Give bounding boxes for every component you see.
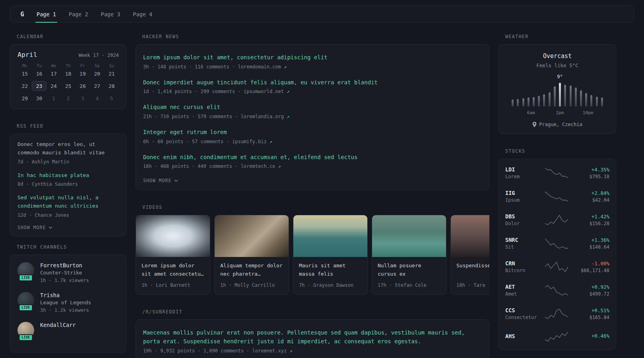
rss-article-title: In hac habitasse platea <box>17 171 119 180</box>
external-link-icon: ↗ <box>287 89 289 94</box>
weather-hour-bar <box>578 83 584 107</box>
stock-row[interactable]: IIG Ipsum +2.84% $42.04 <box>505 185 609 208</box>
weather-hour-bar <box>584 83 589 107</box>
twitch-channel[interactable]: LIVE ForrestBurton Counter-Strike 1h · 1… <box>17 262 119 284</box>
stock-name: Lorem <box>505 174 541 179</box>
subreddit-post-link[interactable]: Maecenas mollis pulvinar erat non posuer… <box>143 329 482 346</box>
hn-story: Lorem ipsum dolor sit amet, consectetur … <box>143 53 482 70</box>
hn-story: Donec imperdiet augue tincidunt felis al… <box>143 78 482 95</box>
rss-article-title: Donec tempor eros leo, ut commodo mauris… <box>17 140 119 157</box>
calendar-day: 30 <box>32 93 46 103</box>
video-card[interactable]: Suspendisse diam 18h · Tara <box>450 215 489 295</box>
calendar-card: April Week 17 · 2024 MoTuWeThFrSaSu 1516… <box>10 44 126 109</box>
calendar-day: 18 <box>61 69 75 78</box>
stock-sparkline <box>545 284 568 296</box>
twitch-card: LIVE ForrestBurton Counter-Strike 1h · 1… <box>10 255 126 352</box>
weather-hour-bar <box>536 83 541 107</box>
stock-price: $156.28 <box>572 221 609 226</box>
hn-story-link[interactable]: Donec imperdiet augue tincidunt felis al… <box>143 78 482 87</box>
chevron-down-icon <box>48 226 52 229</box>
video-meta: 17h · Stefan Cole <box>378 282 440 289</box>
live-badge: LIVE <box>19 334 33 341</box>
calendar-month: April <box>17 51 37 58</box>
stock-row[interactable]: LDI Lorem +4.35% $795.18 <box>505 161 609 185</box>
weather-hour-bar <box>510 83 515 107</box>
app-logo[interactable]: G <box>14 11 30 18</box>
stock-sparkline <box>545 191 568 202</box>
stock-change: -1.00% <box>572 261 609 267</box>
stock-symbol: SNRC <box>505 237 541 243</box>
calendar-day: 24 <box>47 81 61 91</box>
live-badge: LIVE <box>19 304 33 311</box>
video-thumbnail <box>136 215 210 257</box>
subreddit-card: Maecenas mollis pulvinar erat non posuer… <box>136 319 489 358</box>
stock-row[interactable]: AHS +0.46% <box>505 325 609 348</box>
page-tab[interactable]: Page 1 <box>30 6 62 22</box>
hn-story-link[interactable]: Lorem ipsum dolor sit amet, consectetur … <box>143 53 482 62</box>
stock-row[interactable]: CRN Bitcorn -1.00% $66,171.48 <box>505 255 609 278</box>
video-thumbnail <box>215 215 289 257</box>
stock-price: $795.18 <box>572 174 609 179</box>
stock-sparkline <box>545 237 568 249</box>
stock-price: $148.64 <box>572 244 609 250</box>
stock-name: Sit <box>505 244 541 250</box>
video-thumbnail <box>451 215 489 257</box>
external-link-icon: ↗ <box>284 64 287 70</box>
stocks-section-title: STOCKS <box>505 148 616 154</box>
video-card[interactable]: Nullam posuere cursus ex 17h · Stefan Co… <box>372 215 446 295</box>
page-tab[interactable]: Page 2 <box>62 6 95 22</box>
hn-story-meta: 21h · 710 points · 579 comments · loreml… <box>143 113 482 120</box>
stock-symbol: IIG <box>505 190 541 196</box>
day-of-week-label: Fr <box>76 64 90 69</box>
rss-article-meta: 12d · Chance Jones <box>17 212 119 219</box>
calendar-week-year: Week 17 · 2024 <box>79 53 119 58</box>
hn-story-link[interactable]: Integer eget rutrum lorem <box>143 128 482 137</box>
page-tab[interactable]: Page 3 <box>95 6 127 22</box>
day-of-week-label: Tu <box>32 64 46 69</box>
rss-article-link[interactable]: Sed volutpat nulla nisl, a condimentum n… <box>17 194 119 219</box>
calendar-day: 2 <box>61 93 75 103</box>
weather-hour-label: 6am <box>527 110 535 115</box>
twitch-channel[interactable]: LIVE Trisha League of Legends 3h · 1.2k … <box>17 292 119 314</box>
weather-hour-bar <box>541 83 547 107</box>
hn-show-more-button[interactable]: SHOW MORE <box>143 178 178 183</box>
channel-game: League of Legends <box>40 300 91 305</box>
weather-hour-bar <box>594 83 599 107</box>
calendar-day: 15 <box>17 69 32 78</box>
stock-row[interactable]: DBS Dolor +1.42% $156.28 <box>505 208 609 232</box>
calendar-day: 21 <box>105 69 119 78</box>
weather-hour-bar <box>526 83 531 107</box>
rss-show-more-button[interactable]: SHOW MORE <box>17 225 52 230</box>
rss-article-link[interactable]: In hac habitasse platea 8d · Cynthia Sau… <box>17 171 119 188</box>
stock-name: Consectetur <box>505 315 541 320</box>
stock-change: +1.36% <box>572 237 609 243</box>
page-tab[interactable]: Page 4 <box>126 6 159 22</box>
calendar-day: 23 <box>32 81 46 91</box>
hn-story-link[interactable]: Aliquam nec cursus elit <box>143 103 482 112</box>
calendar-day: 17 <box>47 69 61 78</box>
hn-story: Integer eget rutrum lorem 6h · 60 points… <box>143 128 482 145</box>
stock-row[interactable]: CCS Consectetur +0.51% $165.84 <box>505 302 609 325</box>
location-pin-icon <box>532 122 537 127</box>
rss-article-link[interactable]: Donec tempor eros leo, ut commodo mauris… <box>17 140 119 165</box>
hacker-news-card: Lorem ipsum dolor sit amet, consectetur … <box>136 44 489 190</box>
video-meta: 18h · Tara <box>456 282 489 289</box>
calendar-day: 19 <box>76 69 90 78</box>
stock-row[interactable]: SNRC Sit +1.36% $148.64 <box>505 232 609 255</box>
hn-story-link[interactable]: Donec enim nibh, condimentum et accumsan… <box>143 153 482 162</box>
rss-widget: RSS FEED Donec tempor eros leo, ut commo… <box>10 123 126 236</box>
calendar-day-headers: MoTuWeThFrSaSu <box>17 64 119 69</box>
twitch-channel[interactable]: LIVE KendallCarr <box>17 322 119 339</box>
chevron-down-icon <box>174 179 178 182</box>
stock-row[interactable]: AET Amet +0.92% $499.72 <box>505 278 609 302</box>
stock-change: +2.84% <box>572 190 609 196</box>
stock-name: Amet <box>505 291 541 297</box>
video-meta: 1h · Lori Barnett <box>142 282 204 289</box>
video-card[interactable]: Lorem ipsum dolor sit amet consectetu… 1… <box>136 215 210 295</box>
day-of-week-label: We <box>47 64 61 69</box>
video-card[interactable]: Aliquam tempor dolor nec pharetra… 1h · … <box>214 215 289 295</box>
video-card[interactable]: Mauris sit amet massa felis 7h · Grayson… <box>293 215 368 295</box>
calendar-day: 27 <box>90 81 104 91</box>
channel-name: Trisha <box>40 292 91 298</box>
rss-article-meta: 8d · Cynthia Saunders <box>17 181 119 188</box>
